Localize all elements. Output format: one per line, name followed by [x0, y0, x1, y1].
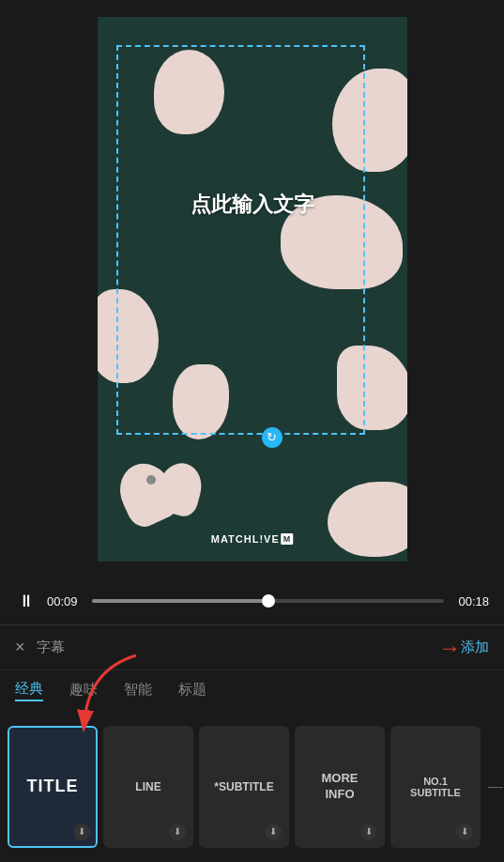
blob-heart-right — [152, 458, 206, 519]
card-title[interactable]: TITLE ⬇ — [8, 726, 98, 848]
playback-bar: ⏸ 00:09 00:18 — [0, 577, 504, 624]
blob-shape-8 — [328, 482, 407, 557]
card-more-info-download-icon[interactable]: ⬇ — [360, 824, 377, 840]
blob-shape-6 — [337, 346, 407, 430]
play-pause-button[interactable]: ⏸ — [15, 592, 38, 611]
progress-track[interactable] — [92, 599, 444, 603]
arrow-right-icon: → — [438, 635, 461, 661]
watermark: MATCHL!VE M — [211, 533, 293, 545]
card-no1-download-icon[interactable]: ⬇ — [456, 824, 473, 840]
card-title-label: TITLE — [27, 777, 79, 796]
subtitle-label: 字幕 — [37, 639, 438, 656]
tab-bar: 经典 趣味 智能 标题 — [0, 670, 504, 711]
rotate-handle[interactable] — [262, 427, 283, 448]
tab-smart[interactable]: 智能 — [124, 681, 152, 700]
add-subtitle-button[interactable]: 添加 — [461, 639, 489, 656]
heart-dot — [146, 475, 156, 485]
blob-shape-4 — [98, 289, 159, 383]
video-preview: 点此输入文字 MATCHL!VE M — [0, 0, 504, 577]
subtitle-bar: × 字幕 → 添加 — [0, 624, 504, 670]
blob-shape-2 — [332, 69, 407, 172]
tab-classic[interactable]: 经典 — [15, 680, 43, 701]
add-arrow-annotation: → — [438, 635, 461, 661]
card-no1-label: NO.1SUBTITLE — [410, 776, 461, 798]
progress-thumb[interactable] — [262, 594, 275, 608]
card-subtitle-label: *SUBTITLE — [214, 780, 273, 793]
video-canvas[interactable]: 点此输入文字 MATCHL!VE M — [98, 17, 407, 562]
blob-shape-5 — [173, 364, 229, 439]
time-total: 00:18 — [453, 594, 489, 608]
template-cards-area: TITLE ⬇ LINE ⬇ *SUBTITLE ⬇ MOREINFO ⬇ NO… — [0, 711, 504, 862]
card-more-info[interactable]: MOREINFO ⬇ — [295, 726, 385, 848]
text-overlay[interactable]: 点此输入文字 — [191, 191, 314, 219]
tab-fun[interactable]: 趣味 — [69, 681, 98, 700]
card-title-download-icon[interactable]: ⬇ — [73, 824, 90, 840]
progress-fill — [92, 599, 268, 603]
card-line-label: LINE — [135, 780, 160, 793]
card-line[interactable]: LINE ⬇ — [103, 726, 193, 848]
time-current: 00:09 — [47, 594, 83, 608]
card-subtitle-download-icon[interactable]: ⬇ — [265, 824, 282, 840]
blob-shape-1 — [154, 50, 224, 134]
card-subtitle[interactable]: *SUBTITLE ⬇ — [199, 726, 289, 848]
tab-title[interactable]: 标题 — [178, 681, 206, 700]
card-more-info-label: MOREINFO — [322, 771, 359, 803]
scroll-hint: — — [486, 726, 504, 848]
card-no1-subtitle[interactable]: NO.1SUBTITLE ⬇ — [390, 726, 481, 848]
close-button[interactable]: × — [15, 638, 25, 657]
card-line-download-icon[interactable]: ⬇ — [169, 824, 186, 840]
